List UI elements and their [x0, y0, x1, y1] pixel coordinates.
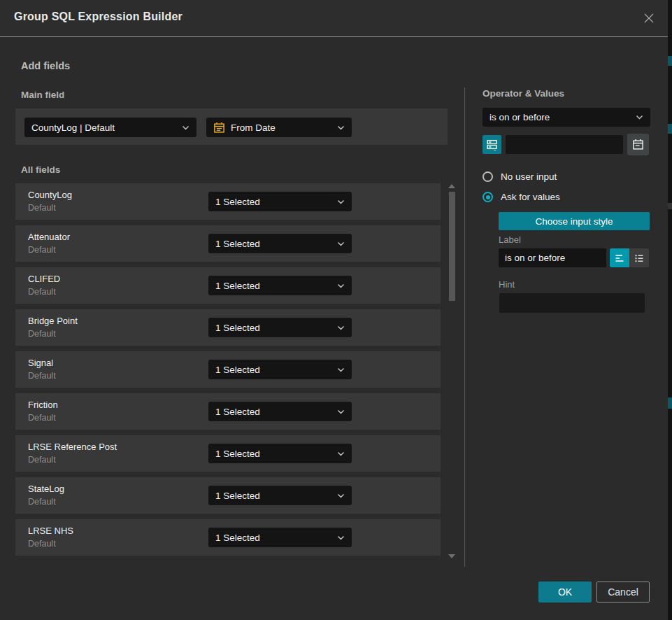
background-fragment — [668, 124, 672, 134]
radio-circle-checked-icon — [482, 192, 493, 202]
operator-dropdown[interactable]: is on or before — [482, 108, 650, 127]
field-values-dropdown[interactable]: 1 Selected — [208, 528, 352, 547]
chevron-down-icon — [182, 125, 190, 130]
radio-ask-for-values[interactable]: Ask for values — [482, 192, 560, 202]
close-icon — [643, 12, 655, 24]
all-fields-heading: All fields — [21, 164, 60, 175]
field-row-bridge-point: Bridge Point Default 1 Selected — [15, 309, 441, 346]
chevron-down-icon — [337, 241, 345, 246]
choose-input-style-button[interactable]: Choose input style — [499, 212, 650, 230]
chevron-down-icon — [337, 367, 345, 372]
chevron-down-icon — [337, 451, 345, 456]
field-name: Signal — [28, 358, 53, 368]
chevron-down-icon — [337, 283, 345, 288]
ok-button[interactable]: OK — [538, 582, 592, 603]
calendar-icon — [632, 139, 644, 150]
chevron-down-icon — [337, 409, 345, 414]
radio-label: Ask for values — [501, 192, 560, 202]
field-subtitle: Default — [28, 497, 56, 507]
field-name: LRSE NHS — [28, 526, 73, 536]
chevron-down-icon — [337, 493, 345, 498]
group-sql-expression-builder-dialog: Group SQL Expression Builder Add fields … — [0, 0, 672, 620]
main-field-heading: Main field — [21, 90, 64, 100]
main-field-panel: CountyLog | Default From Date — [15, 108, 448, 145]
field-row-clifed: CLIFED Default 1 Selected — [15, 267, 441, 304]
operator-values-heading: Operator & Values — [482, 88, 564, 99]
main-layer-dropdown[interactable]: CountyLog | Default — [24, 118, 196, 137]
add-fields-heading: Add fields — [21, 60, 70, 71]
field-subtitle: Default — [28, 287, 56, 297]
panel-divider — [464, 87, 465, 567]
radio-label: No user input — [501, 171, 557, 182]
main-field-dropdown[interactable]: From Date — [206, 118, 352, 137]
background-fragment — [668, 397, 672, 409]
field-values-dropdown[interactable]: 1 Selected — [208, 360, 352, 379]
field-subtitle: Default — [28, 413, 56, 423]
dialog-titlebar: Group SQL Expression Builder — [0, 0, 668, 36]
field-row-friction: Friction Default 1 Selected — [15, 393, 441, 430]
date-picker-button[interactable] — [627, 134, 649, 155]
field-name: CLIFED — [28, 274, 60, 284]
field-name: Friction — [28, 400, 58, 410]
calendar-icon — [213, 122, 225, 134]
dropdown-value: 1 Selected — [215, 449, 337, 459]
titlebar-divider — [0, 36, 668, 37]
all-fields-list: CountyLog Default 1 Selected Attenuator … — [15, 183, 441, 556]
field-values-dropdown[interactable]: 1 Selected — [208, 486, 352, 505]
field-values-dropdown[interactable]: 1 Selected — [208, 192, 352, 211]
field-subtitle: Default — [28, 245, 56, 255]
field-row-lrse-nhs: LRSE NHS Default 1 Selected — [15, 519, 441, 556]
field-row-lrse-reference-post: LRSE Reference Post Default 1 Selected — [15, 435, 441, 472]
background-fragment — [668, 56, 672, 66]
align-left-icon — [614, 253, 625, 264]
chevron-down-icon — [337, 325, 345, 330]
main-layer-dropdown-value: CountyLog | Default — [31, 122, 182, 133]
field-values-dropdown[interactable]: 1 Selected — [208, 276, 352, 295]
field-subtitle: Default — [28, 203, 56, 213]
close-button[interactable] — [641, 10, 657, 26]
field-name: StateLog — [28, 484, 64, 494]
stacked-values-icon — [486, 139, 498, 150]
scrollbar-thumb[interactable] — [449, 192, 455, 301]
dropdown-value: 1 Selected — [215, 281, 337, 291]
scrollbar-up-arrow[interactable] — [448, 184, 455, 188]
field-row-countylog: CountyLog Default 1 Selected — [15, 183, 441, 220]
hint-caption: Hint — [499, 279, 515, 290]
field-subtitle: Default — [28, 455, 56, 465]
chevron-down-icon — [337, 199, 345, 204]
dropdown-value: 1 Selected — [215, 239, 337, 249]
field-subtitle: Default — [28, 371, 56, 381]
field-name: LRSE Reference Post — [28, 442, 117, 452]
scrollbar-down-arrow[interactable] — [448, 554, 455, 558]
input-style-single-button[interactable] — [610, 248, 629, 267]
chevron-down-icon — [636, 115, 643, 120]
field-name: CountyLog — [28, 190, 72, 200]
radio-no-user-input[interactable]: No user input — [482, 171, 557, 182]
input-style-list-button[interactable] — [629, 248, 649, 267]
set-value-source-button[interactable] — [482, 135, 501, 154]
field-values-dropdown[interactable]: 1 Selected — [208, 234, 352, 253]
field-row-signal: Signal Default 1 Selected — [15, 351, 441, 388]
dropdown-value: 1 Selected — [215, 323, 337, 333]
cancel-button[interactable]: Cancel — [596, 582, 650, 603]
chevron-down-icon — [337, 535, 345, 540]
field-row-statelog: StateLog Default 1 Selected — [15, 477, 441, 514]
field-row-attenuator: Attenuator Default 1 Selected — [15, 225, 441, 262]
main-field-dropdown-value: From Date — [231, 122, 331, 133]
date-value-input[interactable] — [506, 135, 623, 154]
field-subtitle: Default — [28, 329, 56, 339]
field-values-dropdown[interactable]: 1 Selected — [208, 318, 352, 337]
field-subtitle: Default — [28, 539, 56, 549]
chevron-down-icon — [337, 125, 345, 130]
background-app-strip — [668, 0, 672, 620]
field-values-dropdown[interactable]: 1 Selected — [208, 402, 352, 421]
list-icon — [634, 253, 645, 264]
dropdown-value: 1 Selected — [215, 197, 337, 207]
field-name: Bridge Point — [28, 316, 78, 326]
field-values-dropdown[interactable]: 1 Selected — [208, 444, 352, 463]
field-name: Attenuator — [28, 232, 70, 242]
hint-input[interactable] — [499, 293, 645, 313]
operator-dropdown-value: is on or before — [489, 112, 636, 122]
radio-circle-icon — [482, 171, 493, 182]
label-input[interactable] — [499, 248, 606, 267]
